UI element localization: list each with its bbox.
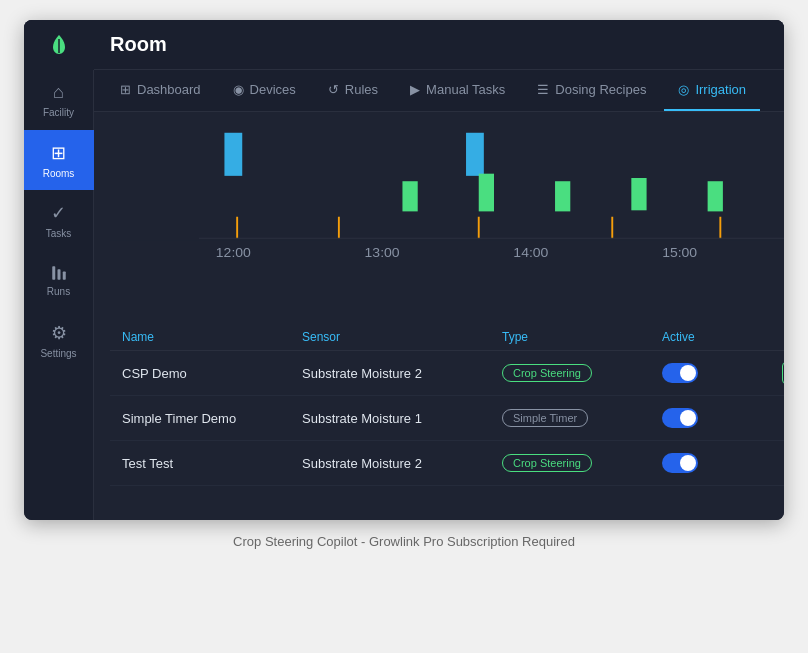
table-area: Compress All Expand All Name Sensor Type… [94, 282, 784, 520]
svg-rect-5 [466, 133, 484, 176]
row-1-toggle[interactable] [662, 363, 698, 383]
table-row: CSP Demo Substrate Moisture 2 Crop Steer… [110, 351, 784, 396]
row-1-type-badge: Crop Steering [502, 364, 592, 382]
irrigation-tab-icon: ◎ [678, 82, 689, 97]
col-header-sensor: Sensor [302, 330, 502, 344]
row-2-type: Simple Timer [502, 409, 662, 427]
row-3-type-badge: Crop Steering [502, 454, 592, 472]
settings-icon: ⚙ [51, 322, 67, 344]
row-3-sensor: Substrate Moisture 2 [302, 456, 502, 471]
rules-tab-icon: ↺ [328, 82, 339, 97]
svg-rect-10 [708, 181, 723, 211]
svg-rect-4 [224, 133, 242, 176]
sidebar-logo [24, 20, 94, 70]
sidebar-settings-label: Settings [40, 348, 76, 359]
row-3-active [662, 453, 782, 473]
row-3-toggle[interactable] [662, 453, 698, 473]
row-2-sensor: Substrate Moisture 1 [302, 411, 502, 426]
svg-text:13:00: 13:00 [365, 246, 400, 260]
tab-irrigation[interactable]: ◎ Irrigation [664, 70, 760, 111]
row-2-actions: ✎ ↺ 🗑 › [782, 406, 784, 430]
svg-rect-9 [631, 178, 646, 210]
row-2-name: Simple Timer Demo [122, 411, 302, 426]
table-row: Simple Timer Demo Substrate Moisture 1 S… [110, 396, 784, 441]
col-header-actions [782, 330, 784, 344]
svg-rect-8 [555, 181, 570, 211]
col-header-name: Name [122, 330, 302, 344]
row-1-name: CSP Demo [122, 366, 302, 381]
app-logo-icon [45, 31, 73, 59]
row-2-type-badge: Simple Timer [502, 409, 588, 427]
chart-area: 12:00 13:00 14:00 15:00 16:00 17:00 [94, 112, 784, 282]
tab-manual-tasks[interactable]: ▶ Manual Tasks [396, 70, 519, 111]
irrigation-chart: 12:00 13:00 14:00 15:00 16:00 17:00 [110, 122, 784, 262]
svg-rect-1 [57, 269, 60, 280]
svg-rect-0 [52, 266, 55, 280]
table-controls: Compress All Expand All [110, 290, 784, 316]
row-1-actions: View suggestions ✎ ↺ 🗑 › [782, 361, 784, 385]
svg-text:12:00: 12:00 [216, 246, 251, 260]
svg-rect-7 [479, 174, 494, 212]
tasks-icon: ✓ [51, 202, 66, 224]
sidebar-item-tasks[interactable]: ✓ Tasks [24, 190, 94, 250]
sidebar-item-rooms[interactable]: ⊞ Rooms [24, 130, 94, 190]
nav-tabs: ⊞ Dashboard ◉ Devices ↺ Rules ▶ Manual T… [94, 70, 784, 112]
page-title: Room [110, 33, 167, 56]
topbar: Room Classic Site 🔔 👤 [94, 20, 784, 70]
rooms-icon: ⊞ [51, 142, 66, 164]
app-container: ⌂ Facility ⊞ Rooms ✓ Tasks Runs ⚙ Settin… [24, 20, 784, 520]
svg-rect-3 [110, 122, 784, 240]
manual-tasks-tab-icon: ▶ [410, 82, 420, 97]
devices-tab-icon: ◉ [233, 82, 244, 97]
row-3-actions: ✎ ↺ 🗑 › [782, 451, 784, 475]
col-header-type: Type [502, 330, 662, 344]
row-1-sensor: Substrate Moisture 2 [302, 366, 502, 381]
view-suggestions-button[interactable]: View suggestions [782, 362, 784, 384]
sidebar: ⌂ Facility ⊞ Rooms ✓ Tasks Runs ⚙ Settin… [24, 20, 94, 520]
main-content: Room Classic Site 🔔 👤 ⊞ Dashboard ◉ Devi… [94, 20, 784, 520]
dashboard-tab-icon: ⊞ [120, 82, 131, 97]
sidebar-item-facility[interactable]: ⌂ Facility [24, 70, 94, 130]
row-1-active [662, 363, 782, 383]
row-3-type: Crop Steering [502, 454, 662, 472]
svg-rect-2 [62, 271, 65, 279]
tab-dosing-recipes[interactable]: ☰ Dosing Recipes [523, 70, 660, 111]
row-2-toggle[interactable] [662, 408, 698, 428]
runs-icon [50, 264, 68, 282]
sidebar-item-settings[interactable]: ⚙ Settings [24, 310, 94, 370]
sidebar-facility-label: Facility [43, 107, 74, 118]
table-row: Test Test Substrate Moisture 2 Crop Stee… [110, 441, 784, 486]
tab-rules[interactable]: ↺ Rules [314, 70, 392, 111]
col-header-active: Active [662, 330, 782, 344]
row-2-active [662, 408, 782, 428]
sidebar-runs-label: Runs [47, 286, 70, 297]
facility-icon: ⌂ [53, 82, 64, 103]
svg-text:14:00: 14:00 [513, 246, 548, 260]
footer-text: Crop Steering Copilot - Growlink Pro Sub… [233, 534, 575, 549]
table-header: Name Sensor Type Active [110, 324, 784, 351]
row-3-name: Test Test [122, 456, 302, 471]
svg-text:15:00: 15:00 [662, 246, 697, 260]
sidebar-tasks-label: Tasks [46, 228, 72, 239]
tab-dashboard[interactable]: ⊞ Dashboard [106, 70, 215, 111]
svg-rect-6 [402, 181, 417, 211]
tab-devices[interactable]: ◉ Devices [219, 70, 310, 111]
sidebar-item-runs[interactable]: Runs [24, 250, 94, 310]
row-1-type: Crop Steering [502, 364, 662, 382]
sidebar-rooms-label: Rooms [43, 168, 75, 179]
dosing-recipes-tab-icon: ☰ [537, 82, 549, 97]
